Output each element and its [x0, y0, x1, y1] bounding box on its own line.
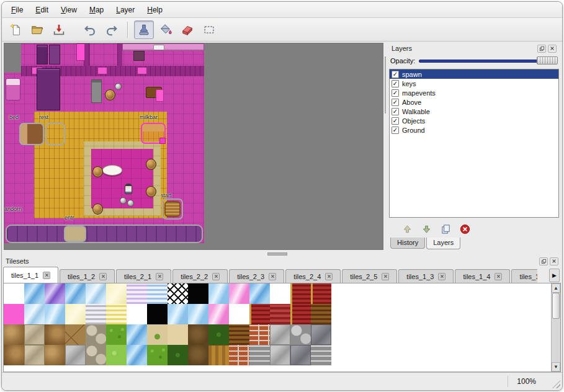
tileset-tile[interactable]: [45, 324, 65, 345]
tileset-tile[interactable]: [208, 304, 229, 324]
tileset-tile[interactable]: [229, 345, 249, 365]
tileset-tile[interactable]: [86, 304, 106, 324]
tileset-tile[interactable]: [45, 345, 65, 365]
tileset-tile[interactable]: [168, 283, 188, 304]
horizontal-splitter[interactable]: [2, 251, 562, 256]
tileset-tile[interactable]: [188, 304, 208, 324]
undo-button[interactable]: [80, 20, 100, 39]
opacity-slider[interactable]: [419, 56, 558, 66]
tileset-tile[interactable]: [270, 283, 290, 304]
tileset-tile[interactable]: [229, 304, 249, 324]
layer-row-keys[interactable]: ✓keys: [390, 79, 558, 88]
tileset-tile[interactable]: [290, 345, 311, 365]
tileset-tile[interactable]: [208, 324, 229, 345]
tab-close-icon[interactable]: [212, 273, 220, 280]
tileset-tile[interactable]: [208, 345, 229, 365]
tileset-tile[interactable]: [147, 345, 168, 365]
map-selection-handle[interactable]: [159, 138, 166, 144]
tab-close-icon[interactable]: [325, 273, 333, 280]
tileset-tile[interactable]: [65, 324, 86, 345]
menu-view[interactable]: View: [55, 4, 83, 16]
map-canvas[interactable]: bed rest milkbar start andorn entr: [4, 43, 204, 243]
tileset-tile[interactable]: [127, 304, 147, 324]
scrollbar-thumb[interactable]: [552, 293, 560, 319]
tileset-tile[interactable]: [65, 283, 86, 304]
tileset-tab-tiles_2_5[interactable]: tiles_2_5: [342, 269, 397, 283]
layer-visibility-checkbox[interactable]: ✓: [392, 127, 399, 134]
tileset-tile[interactable]: [188, 345, 208, 365]
tileset-tile[interactable]: [4, 345, 24, 365]
tileset-tile[interactable]: [106, 324, 127, 345]
tileset-tile[interactable]: [127, 324, 147, 345]
tileset-tab-tiles_2_2[interactable]: tiles_2_2: [172, 269, 228, 283]
tileset-tile[interactable]: [168, 345, 188, 365]
layer-row-objects[interactable]: ✓Objects: [390, 116, 558, 125]
tileset-tab-tiles_1_3[interactable]: tiles_1_3: [398, 269, 454, 283]
scrollbar-track[interactable]: [552, 293, 560, 362]
delete-layer-button[interactable]: [458, 222, 472, 236]
tileset-tile[interactable]: [188, 283, 208, 304]
tab-close-icon[interactable]: [156, 273, 163, 280]
layer-row-above[interactable]: ✓Above: [390, 97, 558, 107]
tileset-tile[interactable]: [270, 304, 290, 324]
close-panel-button[interactable]: [548, 45, 557, 53]
tab-close-icon[interactable]: [495, 273, 502, 280]
tileset-tile[interactable]: [24, 345, 45, 365]
tileset-tile[interactable]: [24, 324, 45, 345]
tileset-tile[interactable]: [4, 283, 24, 304]
tileset-tab-tiles_1_2[interactable]: tiles_1_2: [60, 269, 115, 283]
scroll-down-button[interactable]: ▼: [552, 362, 560, 372]
tileset-tile[interactable]: [311, 345, 331, 365]
float-panel-button[interactable]: [537, 45, 546, 53]
opacity-slider-handle[interactable]: [537, 56, 558, 65]
tileset-tile[interactable]: [249, 304, 270, 324]
tileset-tile[interactable]: [106, 345, 127, 365]
menu-map[interactable]: Map: [84, 4, 109, 16]
eraser-tool-button[interactable]: [177, 20, 197, 39]
stamp-tool-button[interactable]: [134, 20, 154, 39]
tileset-tile[interactable]: [106, 304, 127, 324]
menu-file[interactable]: File: [6, 4, 29, 16]
layer-row-ground[interactable]: ✓Ground: [390, 125, 558, 135]
rect-select-tool-button[interactable]: [199, 20, 219, 39]
layer-row-walkable[interactable]: ✓Walkable: [390, 107, 558, 116]
tileset-tab-tiles_1_4[interactable]: tiles_1_4: [455, 269, 510, 283]
layer-visibility-checkbox[interactable]: ✓: [392, 99, 399, 106]
tileset-tile[interactable]: [45, 304, 65, 324]
close-panel-button[interactable]: [550, 257, 558, 265]
tileset-tile[interactable]: [290, 304, 311, 324]
tileset-scrollbar[interactable]: ▲ ▼: [551, 283, 560, 372]
tileset-tile[interactable]: [147, 304, 168, 324]
tileset-tile[interactable]: [65, 345, 86, 365]
tileset-tile[interactable]: [229, 283, 249, 304]
tileset-tile[interactable]: [106, 283, 127, 304]
vertical-splitter[interactable]: [383, 43, 388, 251]
tileset-tile[interactable]: [290, 283, 311, 304]
open-file-button[interactable]: [27, 20, 47, 39]
tileset-tile[interactable]: [147, 324, 168, 345]
layer-visibility-checkbox[interactable]: ✓: [392, 71, 399, 78]
tileset-tile[interactable]: [127, 283, 147, 304]
raise-layer-button[interactable]: [400, 222, 414, 236]
resize-grip[interactable]: [552, 380, 560, 388]
tab-scroll-right-button[interactable]: ▶: [549, 269, 560, 282]
tab-close-icon[interactable]: [269, 273, 276, 280]
scroll-up-button[interactable]: ▲: [552, 283, 560, 293]
tileset-tile[interactable]: [45, 283, 65, 304]
float-panel-button[interactable]: [539, 257, 548, 265]
tileset-tile[interactable]: [290, 324, 311, 345]
tileset-tile[interactable]: [24, 304, 45, 324]
layer-row-mapevents[interactable]: ✓mapevents: [390, 88, 558, 97]
tileset-tile[interactable]: [311, 283, 331, 304]
tileset-tile[interactable]: [168, 324, 188, 345]
tileset-tile[interactable]: [127, 345, 147, 365]
tileset-tile[interactable]: [229, 324, 249, 345]
tileset-tile[interactable]: [270, 345, 290, 365]
map-viewport[interactable]: bed rest milkbar start andorn entr: [4, 43, 383, 250]
tileset-tile[interactable]: [249, 345, 270, 365]
tileset-tile[interactable]: [4, 304, 24, 324]
tileset-tab-tiles_2_1[interactable]: tiles_2_1: [116, 269, 171, 283]
tileset-tile[interactable]: [4, 324, 24, 345]
tab-close-icon[interactable]: [382, 273, 389, 280]
map-object-bed[interactable]: [19, 123, 44, 145]
